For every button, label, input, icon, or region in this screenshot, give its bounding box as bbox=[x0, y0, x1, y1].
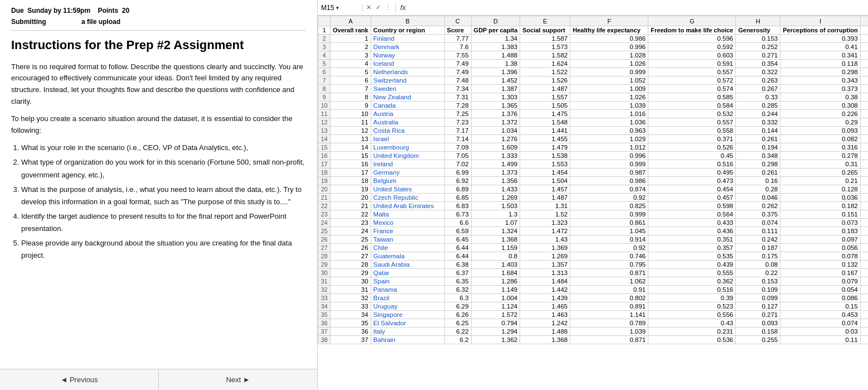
generosity-cell[interactable]: 0.16 bbox=[736, 177, 780, 185]
country-cell[interactable]: Ireland bbox=[371, 160, 444, 168]
freedom-cell[interactable]: 0.556 bbox=[648, 311, 736, 319]
rank-cell[interactable]: 26 bbox=[331, 244, 371, 252]
gdp-cell[interactable]: 1.452 bbox=[471, 76, 520, 85]
generosity-cell[interactable]: 0.111 bbox=[736, 227, 780, 235]
header-overall-rank[interactable]: Overall rank bbox=[331, 26, 371, 35]
generosity-cell[interactable]: 0.046 bbox=[736, 194, 780, 202]
life-cell[interactable]: 1.052 bbox=[570, 76, 648, 85]
gdp-cell[interactable]: 1.356 bbox=[471, 177, 520, 185]
dropdown-icon[interactable]: ▾ bbox=[336, 5, 339, 11]
gdp-cell[interactable]: 1.609 bbox=[471, 143, 520, 152]
life-cell[interactable]: 0.825 bbox=[570, 202, 648, 210]
corruption-cell[interactable]: 0.226 bbox=[780, 110, 860, 118]
generosity-cell[interactable]: 0.153 bbox=[736, 35, 780, 43]
cancel-formula-icon[interactable]: ✕ bbox=[365, 3, 373, 12]
generosity-cell[interactable]: 0.354 bbox=[736, 60, 780, 68]
gdp-cell[interactable]: 1.324 bbox=[471, 227, 520, 235]
score-cell[interactable]: 7.23 bbox=[444, 118, 471, 127]
social-cell[interactable]: 1.487 bbox=[520, 194, 570, 202]
score-cell[interactable]: 7.02 bbox=[444, 160, 471, 168]
life-cell[interactable]: 0.996 bbox=[570, 152, 648, 160]
rank-cell[interactable]: 5 bbox=[331, 68, 371, 76]
col-header-f[interactable]: F bbox=[570, 16, 648, 26]
freedom-cell[interactable]: 0.231 bbox=[648, 328, 736, 336]
country-cell[interactable]: France bbox=[371, 227, 444, 235]
social-cell[interactable]: 1.442 bbox=[520, 286, 570, 294]
corruption-cell[interactable]: 0.078 bbox=[780, 252, 860, 261]
social-cell[interactable]: 1.582 bbox=[520, 51, 570, 60]
gdp-cell[interactable]: 1.365 bbox=[471, 102, 520, 110]
score-cell[interactable]: 7.55 bbox=[444, 51, 471, 60]
freedom-cell[interactable]: 0.596 bbox=[648, 35, 736, 43]
gdp-cell[interactable]: 1.433 bbox=[471, 185, 520, 194]
corruption-cell[interactable]: 0.278 bbox=[780, 152, 860, 160]
country-cell[interactable]: United Kingdom bbox=[371, 152, 444, 160]
gdp-cell[interactable]: 0.8 bbox=[471, 252, 520, 261]
rank-cell[interactable]: 22 bbox=[331, 210, 371, 219]
life-cell[interactable]: 0.789 bbox=[570, 319, 648, 328]
life-cell[interactable]: 0.861 bbox=[570, 219, 648, 227]
social-cell[interactable]: 1.484 bbox=[520, 277, 570, 286]
generosity-cell[interactable]: 0.375 bbox=[736, 210, 780, 219]
gdp-cell[interactable]: 1.373 bbox=[471, 168, 520, 177]
col-header-j[interactable]: J bbox=[860, 16, 868, 26]
corruption-cell[interactable]: 0.265 bbox=[780, 168, 860, 177]
rank-cell[interactable]: 23 bbox=[331, 219, 371, 227]
country-cell[interactable]: Mexico bbox=[371, 219, 444, 227]
corruption-cell[interactable]: 0.151 bbox=[780, 210, 860, 219]
country-cell[interactable]: Brazil bbox=[371, 294, 444, 302]
corruption-cell[interactable]: 0.056 bbox=[780, 244, 860, 252]
freedom-cell[interactable]: 0.526 bbox=[648, 143, 736, 152]
life-cell[interactable]: 1.141 bbox=[570, 311, 648, 319]
freedom-cell[interactable]: 0.371 bbox=[648, 135, 736, 143]
corruption-cell[interactable]: 0.453 bbox=[780, 311, 860, 319]
score-cell[interactable]: 7.28 bbox=[444, 102, 471, 110]
header-freedom[interactable]: Freedom to make life choice bbox=[648, 26, 736, 35]
country-cell[interactable]: Taiwan bbox=[371, 235, 444, 244]
life-cell[interactable]: 0.986 bbox=[570, 35, 648, 43]
gdp-cell[interactable]: 1.004 bbox=[471, 294, 520, 302]
country-cell[interactable]: Guatemala bbox=[371, 252, 444, 261]
gdp-cell[interactable]: 1.07 bbox=[471, 219, 520, 227]
freedom-cell[interactable]: 0.591 bbox=[648, 60, 736, 68]
generosity-cell[interactable]: 0.153 bbox=[736, 277, 780, 286]
rank-cell[interactable]: 24 bbox=[331, 227, 371, 235]
score-cell[interactable]: 6.29 bbox=[444, 302, 471, 311]
country-cell[interactable]: Canada bbox=[371, 102, 444, 110]
country-cell[interactable]: Bahrain bbox=[371, 336, 444, 344]
rank-cell[interactable]: 30 bbox=[331, 277, 371, 286]
social-cell[interactable]: 1.269 bbox=[520, 252, 570, 261]
generosity-cell[interactable]: 0.255 bbox=[736, 336, 780, 344]
country-cell[interactable]: Norway bbox=[371, 51, 444, 60]
gdp-cell[interactable]: 1.34 bbox=[471, 35, 520, 43]
generosity-cell[interactable]: 0.261 bbox=[736, 135, 780, 143]
social-cell[interactable]: 1.455 bbox=[520, 135, 570, 143]
freedom-cell[interactable]: 0.473 bbox=[648, 177, 736, 185]
country-cell[interactable]: Israel bbox=[371, 135, 444, 143]
gdp-cell[interactable]: 1.684 bbox=[471, 269, 520, 277]
score-cell[interactable]: 6.38 bbox=[444, 261, 471, 269]
gdp-cell[interactable]: 1.3 bbox=[471, 210, 520, 219]
gdp-cell[interactable]: 1.387 bbox=[471, 85, 520, 93]
score-cell[interactable]: 7.09 bbox=[444, 143, 471, 152]
corruption-cell[interactable]: 0.03 bbox=[780, 328, 860, 336]
corruption-cell[interactable]: 0.128 bbox=[780, 185, 860, 194]
social-cell[interactable]: 1.475 bbox=[520, 110, 570, 118]
corruption-cell[interactable]: 0.082 bbox=[780, 135, 860, 143]
generosity-cell[interactable]: 0.074 bbox=[736, 219, 780, 227]
score-cell[interactable]: 6.73 bbox=[444, 210, 471, 219]
score-cell[interactable]: 6.44 bbox=[444, 244, 471, 252]
social-cell[interactable]: 1.369 bbox=[520, 244, 570, 252]
life-cell[interactable]: 0.795 bbox=[570, 261, 648, 269]
corruption-cell[interactable]: 0.182 bbox=[780, 202, 860, 210]
social-cell[interactable]: 1.357 bbox=[520, 261, 570, 269]
header-score[interactable]: Score bbox=[444, 26, 471, 35]
freedom-cell[interactable]: 0.585 bbox=[648, 93, 736, 102]
country-cell[interactable]: Uruguay bbox=[371, 302, 444, 311]
social-cell[interactable]: 1.441 bbox=[520, 127, 570, 135]
rank-cell[interactable]: 37 bbox=[331, 336, 371, 344]
score-cell[interactable]: 7.6 bbox=[444, 43, 471, 51]
corruption-cell[interactable]: 0.11 bbox=[780, 336, 860, 344]
life-cell[interactable]: 1.016 bbox=[570, 110, 648, 118]
rank-cell[interactable]: 15 bbox=[331, 152, 371, 160]
